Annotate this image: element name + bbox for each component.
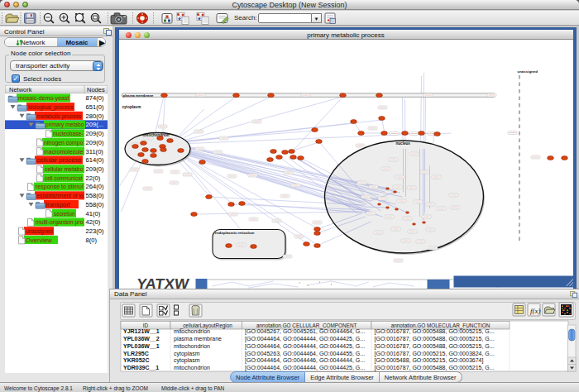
svg-text:YLR295C: YLR295C xyxy=(123,351,149,356)
svg-text:[GO:0045267, GO:0045261, GO:00: [GO:0045267, GO:0045261, GO:0044464, G..… xyxy=(245,328,365,335)
svg-text:transport: transport xyxy=(45,201,71,208)
svg-text:[GO:0005488, GO:0005215, GO:00: [GO:0005488, GO:0005215, GO:0003674] xyxy=(375,357,484,364)
svg-text:cell communicat: cell communicat xyxy=(45,174,83,182)
svg-text:unassigned: unassigned xyxy=(26,227,53,235)
svg-text:YATXW: YATXW xyxy=(135,275,189,289)
svg-text:plasma membrane: plasma membrane xyxy=(174,336,222,342)
svg-text:mitochondrion: mitochondrion xyxy=(174,343,210,349)
svg-text:YPL036W__2: YPL036W__2 xyxy=(123,336,160,342)
svg-text:cellular process: cellular process xyxy=(36,156,82,164)
svg-text:22(0): 22(0) xyxy=(86,174,101,182)
svg-text:cellular metabo: cellular metabo xyxy=(45,165,84,173)
svg-text:unassigned: unassigned xyxy=(517,69,538,74)
svg-text:280(0): 280(0) xyxy=(86,112,104,120)
svg-text:209(0): 209(0) xyxy=(86,139,104,146)
svg-text:mosaic-demo-yeast: mosaic-demo-yeast xyxy=(18,94,69,102)
svg-text:mitochondrion: mitochondrion xyxy=(174,328,210,334)
svg-text:651(0): 651(0) xyxy=(86,103,104,111)
svg-text:mitochondrion: mitochondrion xyxy=(174,365,210,370)
svg-text:secretion: secretion xyxy=(54,210,75,218)
svg-text:264(0): 264(0) xyxy=(86,183,104,190)
svg-text:209(...: 209(... xyxy=(86,121,104,128)
svg-text:[GO:0044464, GO:0044444, GO:00: [GO:0044464, GO:0044444, GO:0044425, G..… xyxy=(245,336,365,342)
svg-text:primary metabo: primary metabo xyxy=(45,121,84,128)
svg-text:YDR039C__1: YDR039C__1 xyxy=(123,365,159,370)
svg-text:mitochondrion: mitochondrion xyxy=(142,133,169,137)
svg-text:establishment of lo: establishment of lo xyxy=(36,192,84,199)
svg-text:Nodes: Nodes xyxy=(87,86,105,93)
svg-text:YJR121W__1: YJR121W__1 xyxy=(123,328,160,334)
svg-text:[GO:0044464, GO:0044444, GO:00: [GO:0044464, GO:0044444, GO:0044425, G..… xyxy=(245,365,365,371)
svg-text:874(0): 874(0) xyxy=(86,94,104,102)
svg-text:ID: ID xyxy=(143,323,149,328)
svg-text:nucleobase-: nucleobase- xyxy=(53,130,84,137)
svg-text:macromolecule: macromolecule xyxy=(44,148,84,155)
svg-text:[GO:0016787, GO:0005488, GO:00: [GO:0016787, GO:0005488, GO:0005215, G..… xyxy=(375,336,495,342)
svg-text:223(0): 223(0) xyxy=(86,227,104,235)
svg-text:biological_process: biological_process xyxy=(28,103,74,111)
svg-text:[GO:0016787, GO:0005215, GO:00: [GO:0016787, GO:0005215, GO:0003824, G..… xyxy=(375,351,495,357)
svg-text:Overview: Overview xyxy=(26,237,52,244)
svg-text:Network: Network xyxy=(9,86,32,93)
svg-text:response to stimul: response to stimul xyxy=(36,183,84,190)
svg-text:558(0): 558(0) xyxy=(86,201,104,208)
svg-text:[GO:0044464, GO:0044444, GO:00: [GO:0044464, GO:0044444, GO:0044425, G..… xyxy=(245,343,365,350)
svg-text:multi-organism pro: multi-organism pro xyxy=(36,218,84,226)
svg-text:311(0): 311(0) xyxy=(86,148,104,155)
svg-text:41(0): 41(0) xyxy=(86,210,101,218)
svg-text:42(0): 42(0) xyxy=(86,218,101,226)
svg-text:nitrogen compo: nitrogen compo xyxy=(44,139,84,146)
svg-text:209(0): 209(0) xyxy=(86,130,104,137)
svg-text:cytoplasm: cytoplasm xyxy=(174,357,200,364)
svg-text:[GO:0016787, GO:0005488, GO:00: [GO:0016787, GO:0005488, GO:0005215, G..… xyxy=(375,343,495,350)
svg-text:209(0): 209(0) xyxy=(86,165,104,173)
svg-text:endoplasmic reticulum: endoplasmic reticulum xyxy=(214,231,254,235)
svg-text:[GO:0016787, GO:0005488, GO:00: [GO:0016787, GO:0005488, GO:0005215, G..… xyxy=(375,365,495,371)
svg-text:[GO:0016787, GO:0005488, GO:00: [GO:0016787, GO:0005488, GO:0005215, G..… xyxy=(375,328,495,335)
svg-text:cytoplasm: cytoplasm xyxy=(122,105,141,109)
svg-text:558(0): 558(0) xyxy=(86,192,104,199)
svg-text:8(0): 8(0) xyxy=(86,237,98,244)
svg-text:YPL036W__1: YPL036W__1 xyxy=(123,343,160,349)
svg-text:metabolic process: metabolic process xyxy=(36,112,82,120)
svg-text:nucleus: nucleus xyxy=(395,141,410,146)
svg-text:614(0): 614(0) xyxy=(86,156,104,164)
svg-text:plasma membrane: plasma membrane xyxy=(122,93,153,98)
svg-text:[GO:0045263, GO:0044464, GO:00: [GO:0045263, GO:0044464, GO:0044455, G..… xyxy=(245,351,365,357)
svg-text:cytoplasm: cytoplasm xyxy=(174,351,200,357)
svg-text:YKR052C: YKR052C xyxy=(123,357,150,363)
svg-text:[GO:0044464, GO:0044446, GO:00: [GO:0044464, GO:0044446, GO:0044444, G..… xyxy=(245,357,365,364)
